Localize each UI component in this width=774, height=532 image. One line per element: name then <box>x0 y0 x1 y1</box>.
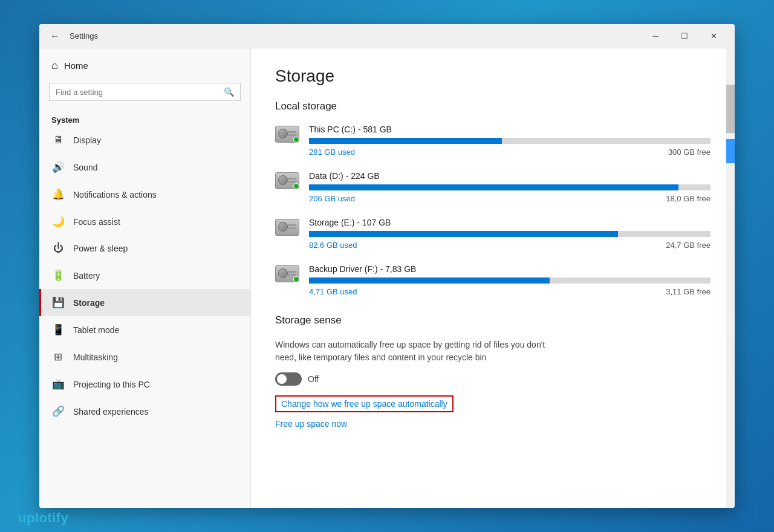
drive-dot-f <box>293 276 299 282</box>
drive-item-c: This PC (C:) - 581 GB 281 GB used 300 GB… <box>275 125 711 157</box>
shared-icon: 🔗 <box>51 405 65 418</box>
drive-bar-d <box>309 184 711 190</box>
settings-window: ← Settings ─ ☐ ✕ ⌂ Home 🔍 System 🖥 Displ… <box>39 24 735 508</box>
drive-free-d: 18,0 GB free <box>666 194 711 203</box>
drive-dot <box>293 137 299 143</box>
drive-dot-d <box>293 183 299 189</box>
main-content: Storage Local storage This PC (C:) - 581… <box>251 48 735 453</box>
drive-stats-d: 206 GB used 18,0 GB free <box>309 194 711 203</box>
back-button[interactable]: ← <box>47 28 63 44</box>
sidebar-section-label: System <box>39 111 250 127</box>
close-button[interactable]: ✕ <box>700 27 727 46</box>
scrollbar-thumb[interactable] <box>726 85 735 133</box>
drive-used-d: 206 GB used <box>309 194 355 203</box>
projecting-icon: 📺 <box>51 378 65 391</box>
drive-fill-e <box>309 231 618 237</box>
drive-icon-c <box>275 126 299 143</box>
search-box: 🔍 <box>49 83 241 101</box>
sidebar-item-label: Notifications & actions <box>73 190 157 199</box>
sidebar-item-label: Battery <box>73 271 100 281</box>
sidebar-item-display[interactable]: 🖥 Display <box>39 127 250 154</box>
sidebar-item-storage[interactable]: 💾 Storage <box>39 289 250 316</box>
titlebar-title: Settings <box>70 31 642 41</box>
drive-stats-e: 82,6 GB used 24,7 GB free <box>309 241 711 250</box>
drive-name-e: Storage (E:) - 107 GB <box>309 218 711 227</box>
home-icon: ⌂ <box>51 59 58 72</box>
drive-used-e: 82,6 GB used <box>309 241 357 250</box>
sidebar-item-label: Focus assist <box>73 217 120 227</box>
drive-free-e: 24,7 GB free <box>666 241 711 250</box>
notifications-icon: 🔔 <box>51 188 65 201</box>
tablet-icon: 📱 <box>51 323 65 336</box>
sidebar-item-label: Sound <box>73 163 97 172</box>
drive-fill-d <box>309 184 678 190</box>
multitasking-icon: ⊞ <box>51 351 65 363</box>
storage-sense-toggle[interactable] <box>275 372 302 386</box>
sidebar-item-label: Power & sleep <box>73 244 128 253</box>
toggle-row: Off <box>275 372 711 386</box>
sidebar-item-notifications[interactable]: 🔔 Notifications & actions <box>39 181 250 208</box>
drive-name-f: Backup Driver (F:) - 7,83 GB <box>309 264 711 274</box>
drive-info-e: Storage (E:) - 107 GB 82,6 GB used 24,7 … <box>309 218 711 250</box>
sidebar-item-label: Projecting to this PC <box>73 380 150 389</box>
drive-used-f: 4,71 GB used <box>309 287 357 296</box>
sidebar-item-label: Multitasking <box>73 352 118 362</box>
drive-bar-e <box>309 231 711 237</box>
drive-fill-f <box>309 277 550 284</box>
focus-icon: 🌙 <box>51 215 65 228</box>
sidebar-item-shared[interactable]: 🔗 Shared experiences <box>39 398 250 425</box>
storage-icon: 💾 <box>51 296 65 309</box>
local-storage-title: Local storage <box>275 100 711 112</box>
sidebar-item-focus[interactable]: 🌙 Focus assist <box>39 208 250 235</box>
drive-used-c: 281 GB used <box>309 148 355 157</box>
drive-icon-f <box>275 265 299 282</box>
drive-stats-c: 281 GB used 300 GB free <box>309 148 711 157</box>
page-title: Storage <box>275 66 711 86</box>
battery-icon: 🔋 <box>51 269 65 282</box>
storage-sense-section: Storage sense Windows can automatically … <box>275 314 711 435</box>
drive-info-d: Data (D:) - 224 GB 206 GB used 18,0 GB f… <box>309 171 711 203</box>
drive-list: This PC (C:) - 581 GB 281 GB used 300 GB… <box>275 125 711 296</box>
change-link[interactable]: Change how we free up space automaticall… <box>275 395 454 412</box>
titlebar: ← Settings ─ ☐ ✕ <box>39 24 735 48</box>
power-icon: ⏻ <box>51 242 65 255</box>
sidebar-item-label: Tablet mode <box>73 325 119 335</box>
drive-fill-c <box>309 138 502 144</box>
minimize-button[interactable]: ─ <box>642 27 669 46</box>
scrollbar-track <box>726 48 735 508</box>
drive-bar-c <box>309 138 711 144</box>
sidebar-item-battery[interactable]: 🔋 Battery <box>39 262 250 289</box>
drive-name-d: Data (D:) - 224 GB <box>309 171 711 181</box>
sidebar-item-tablet[interactable]: 📱 Tablet mode <box>39 316 250 343</box>
search-input[interactable] <box>56 88 219 97</box>
window-controls: ─ ☐ ✕ <box>642 27 727 46</box>
drive-item-e: Storage (E:) - 107 GB 82,6 GB used 24,7 … <box>275 218 711 250</box>
scrollbar-thumb2[interactable] <box>726 139 735 163</box>
sidebar-item-multitasking[interactable]: ⊞ Multitasking <box>39 343 250 371</box>
sidebar-item-projecting[interactable]: 📺 Projecting to this PC <box>39 371 250 398</box>
home-label: Home <box>64 60 88 71</box>
drive-icon-e <box>275 219 299 236</box>
drive-free-f: 3,11 GB free <box>666 287 711 296</box>
drive-icon-d <box>275 172 299 189</box>
sidebar-home[interactable]: ⌂ Home <box>39 48 250 83</box>
drive-item-d: Data (D:) - 224 GB 206 GB used 18,0 GB f… <box>275 171 711 203</box>
drive-info-c: This PC (C:) - 581 GB 281 GB used 300 GB… <box>309 125 711 157</box>
sidebar-item-label: Shared experiences <box>73 407 149 417</box>
main-wrapper: Storage Local storage This PC (C:) - 581… <box>251 48 735 508</box>
maximize-button[interactable]: ☐ <box>671 27 698 46</box>
sidebar-item-sound[interactable]: 🔊 Sound <box>39 154 250 181</box>
search-icon: 🔍 <box>224 87 234 97</box>
sidebar: ⌂ Home 🔍 System 🖥 Display 🔊 Sound 🔔 Noti… <box>39 48 251 508</box>
toggle-label: Off <box>308 374 319 384</box>
sidebar-item-label: Display <box>73 135 101 145</box>
watermark: uplotify <box>18 510 68 526</box>
content-area: ⌂ Home 🔍 System 🖥 Display 🔊 Sound 🔔 Noti… <box>39 48 735 508</box>
sidebar-item-power[interactable]: ⏻ Power & sleep <box>39 235 250 262</box>
drive-item-f: Backup Driver (F:) - 7,83 GB 4,71 GB use… <box>275 264 711 296</box>
display-icon: 🖥 <box>51 134 65 146</box>
sound-icon: 🔊 <box>51 161 65 174</box>
hdd-body-e <box>275 219 299 236</box>
free-up-link[interactable]: Free up space now <box>275 419 347 429</box>
sidebar-item-label: Storage <box>73 298 105 308</box>
